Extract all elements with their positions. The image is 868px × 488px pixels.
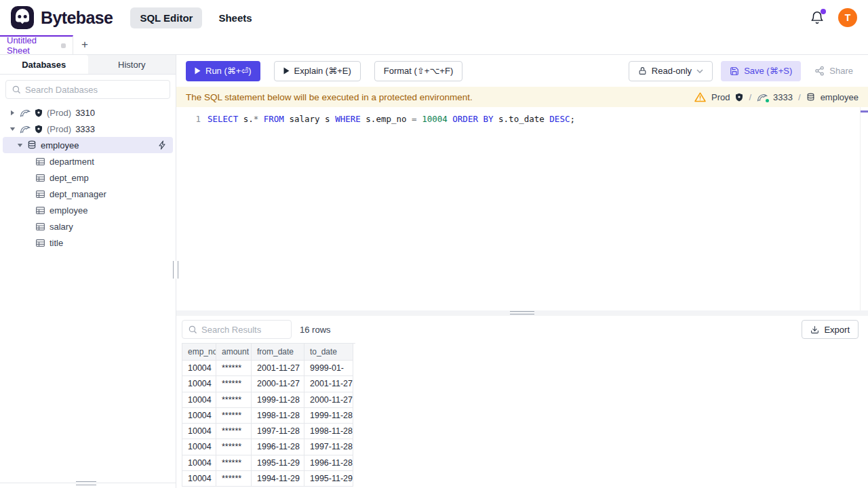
table-node-dept_emp[interactable]: dept_emp [0,169,176,186]
table-cell: 2000-11-27 [304,392,353,408]
nav-sql-editor[interactable]: SQL Editor [130,7,202,28]
table-cell: 10004 [182,392,216,408]
brand-name: Bytebase [41,8,113,28]
sql-token-kw: FROM [264,114,284,124]
table-cell: ****** [216,471,252,487]
play-icon [283,67,290,75]
instance-node-3310[interactable]: (Prod) 3310 [0,104,176,121]
notification-bell-icon[interactable] [810,10,825,25]
sql-token-id [258,114,264,124]
search-databases-input[interactable] [25,85,164,95]
share-button[interactable]: Share [809,61,859,81]
table-name: dept_emp [50,173,89,183]
top-bar: Bytebase SQL Editor Sheets T [0,0,868,35]
sql-token-kw: WHERE [335,114,361,124]
overview-ruler-mark [861,110,868,113]
table-name: department [50,157,94,167]
table-cell: 10004 [182,376,216,392]
search-icon [188,325,197,334]
run-button[interactable]: Run (⌘+⏎) [186,61,260,81]
column-header[interactable]: emp_no [182,344,216,361]
table-row: 10004******2000-11-272001-11-27 [182,376,355,392]
table-cell: ****** [216,455,252,471]
connection-breadcrumb: Prod / 3333 / employee [694,92,859,102]
sql-token-id: s.emp_no [361,114,412,124]
results-resize-handle[interactable] [510,311,534,314]
warning-icon [694,92,706,102]
line-number: 1 [176,113,201,125]
sidebar: Databases History (Prod) 3 [0,55,176,488]
table-cell: 1998-11-28 [304,424,353,439]
sidebar-resize-handle[interactable] [76,481,96,485]
table-row: 10004******1999-11-282000-11-27 [182,392,355,408]
panel-resize-handle[interactable] [173,261,178,279]
caret-down-icon[interactable] [9,127,16,131]
grid-header-row: emp_no amount from_date to_date [182,344,355,361]
format-button[interactable]: Format (⇧+⌥+F) [374,61,462,81]
table-cell: 1996-11-28 [304,455,353,471]
table-cell: ****** [216,408,252,424]
sheet-tab-untitled[interactable]: Untitled Sheet [0,35,73,54]
avatar[interactable]: T [838,8,857,27]
mysql-icon [20,108,31,117]
add-sheet-button[interactable]: + [73,35,96,54]
sql-token-kw: ORDER BY [452,114,493,124]
table-icon [36,158,45,165]
table-icon [36,190,45,198]
results-search[interactable] [182,320,292,339]
column-header[interactable]: amount [216,344,252,361]
tab-history[interactable]: History [88,55,176,74]
tab-databases[interactable]: Databases [0,55,88,74]
sheet-tab-label: Untitled Sheet [7,35,55,56]
database-name: employee [41,140,79,150]
table-cell: 1998-11-28 [252,408,304,424]
table-icon [36,174,45,182]
export-button[interactable]: Export [802,320,859,339]
sql-token-kw: SELECT [208,114,238,124]
instance-name: 3333 [75,124,95,134]
readonly-mode-dropdown[interactable]: Read-only [629,61,713,81]
table-node-department[interactable]: department [0,153,176,169]
table-cell: 2000-11-27 [252,376,304,392]
bytebase-logo[interactable]: Bytebase [11,6,113,29]
table-cell: 10004 [182,408,216,424]
table-name: salary [50,222,73,232]
table-cell: 1997-11-28 [304,439,353,455]
mysql-icon [20,125,31,134]
sql-token-id: salary s [284,114,335,124]
caret-down-icon[interactable] [16,143,23,148]
editor-toolbar: Run (⌘+⏎) Explain (⌘+E) Format (⇧+⌥+F) R… [176,55,868,87]
table-icon [36,223,45,230]
sql-line[interactable]: 1 SELECT s.* FROM salary s WHERE s.emp_n… [176,113,868,125]
table-node-salary[interactable]: salary [0,218,176,235]
sql-editor[interactable]: 1 SELECT s.* FROM salary s WHERE s.emp_n… [176,107,868,310]
table-cell: 1996-11-28 [252,439,304,455]
table-name: title [50,238,63,248]
save-button[interactable]: Save (⌘+S) [721,61,801,81]
table-node-employee[interactable]: employee [0,202,176,218]
table-node-dept_manager[interactable]: dept_manager [0,186,176,202]
results-divider[interactable] [176,310,868,316]
column-header[interactable]: to_date [304,344,353,361]
explain-button[interactable]: Explain (⌘+E) [274,61,361,81]
nav-sheets[interactable]: Sheets [218,12,252,24]
table-cell: 10004 [182,471,216,487]
notification-dot [821,9,826,14]
table-cell: 1995-11-29 [252,455,304,471]
database-node-employee[interactable]: employee [3,137,173,153]
table-icon [36,207,45,214]
caret-right-icon[interactable] [9,110,16,116]
column-header[interactable]: from_date [252,344,304,361]
database-search[interactable] [5,80,170,99]
main-panel: Run (⌘+⏎) Explain (⌘+E) Format (⇧+⌥+F) R… [176,55,868,488]
quick-action-bolt-icon[interactable] [158,140,166,150]
environment-shield-icon [735,93,743,102]
search-results-input[interactable] [201,325,285,335]
table-node-title[interactable]: title [0,235,176,251]
table-cell: 1995-11-29 [304,471,353,487]
sidebar-tabs: Databases History [0,55,176,75]
table-cell: ****** [216,424,252,439]
sheet-tab-strip: Untitled Sheet + [0,35,868,55]
env-label: (Prod) [47,108,71,118]
instance-node-3333[interactable]: (Prod) 3333 [0,121,176,137]
